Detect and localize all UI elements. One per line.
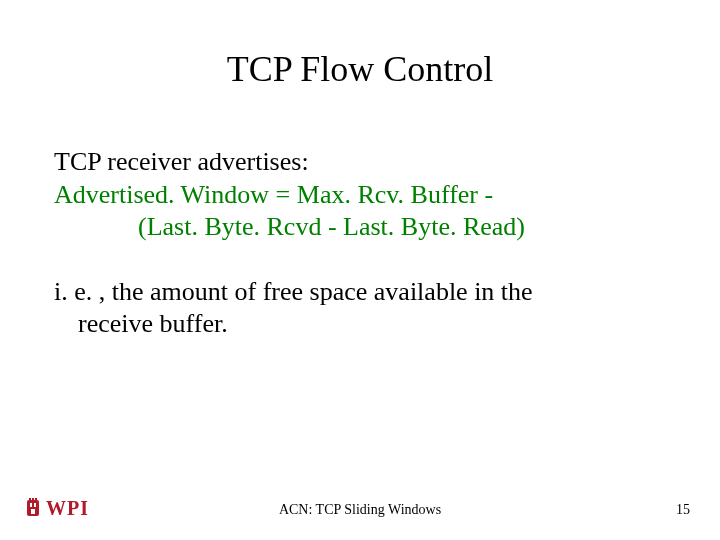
body-line-3-formula: (Last. Byte. Rcvd - Last. Byte. Read) [54, 211, 666, 244]
body-line-1: TCP receiver advertises: [54, 146, 666, 179]
body-line-5: receive buffer. [54, 308, 666, 341]
footer-center-text: ACN: TCP Sliding Windows [0, 502, 720, 518]
slide-title: TCP Flow Control [0, 48, 720, 90]
body-line-4: i. e. , the amount of free space availab… [54, 276, 666, 309]
spacer [54, 244, 666, 276]
slide-footer: WPI ACN: TCP Sliding Windows 15 [0, 492, 720, 520]
svg-rect-4 [29, 498, 31, 501]
svg-rect-6 [35, 498, 37, 501]
page-number: 15 [676, 502, 690, 518]
slide-body: TCP receiver advertises: Advertised. Win… [54, 146, 666, 341]
slide: TCP Flow Control TCP receiver advertises… [0, 0, 720, 540]
body-line-2-formula: Advertised. Window = Max. Rcv. Buffer - [54, 179, 666, 212]
svg-rect-5 [32, 498, 34, 501]
